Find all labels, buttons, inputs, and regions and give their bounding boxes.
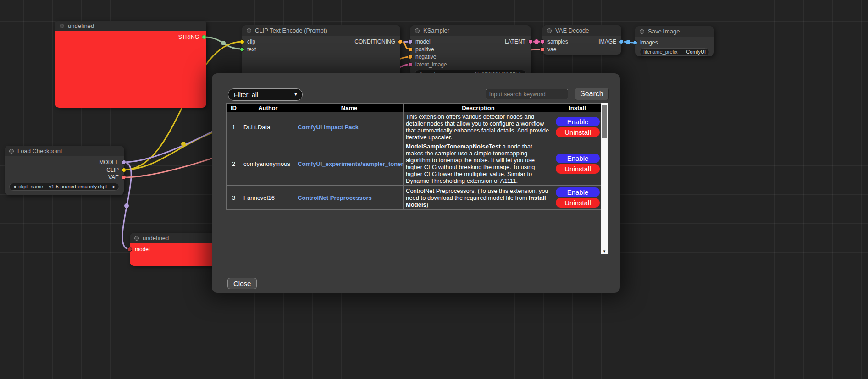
input-slot-samples-icon[interactable] <box>540 39 545 44</box>
collapse-icon[interactable] <box>134 236 139 241</box>
node-title: Load Checkpoint <box>17 148 62 154</box>
cell-description: This extension offers various detector n… <box>404 112 553 142</box>
node-title: KSampler <box>423 27 449 34</box>
collapse-icon[interactable] <box>415 28 420 33</box>
output-label: VAE <box>108 174 119 181</box>
output-label: LATENT <box>505 38 525 45</box>
collapse-icon[interactable] <box>60 24 64 28</box>
link-midpoint-dot <box>534 39 539 44</box>
node-title: CLIP Text Encode (Prompt) <box>255 27 327 34</box>
ckpt-name-widget[interactable]: ◀ ckpt_name v1-5-pruned-emaonly.ckpt ▶ <box>9 183 119 191</box>
input-slot-text-icon[interactable] <box>240 47 244 52</box>
input-slot-positive-icon[interactable] <box>408 47 413 52</box>
uninstall-button[interactable]: Uninstall <box>556 127 600 137</box>
collapse-icon[interactable] <box>247 28 251 33</box>
output-slot-clip-icon[interactable] <box>122 168 126 172</box>
node-body: model LATENT positive negative <box>410 36 531 77</box>
header-author: Author <box>241 104 295 112</box>
node-vae-decode[interactable]: VAE Decode samples IMAGE vae <box>542 25 621 55</box>
search-button[interactable]: Search <box>575 88 609 100</box>
enable-button[interactable]: Enable <box>556 154 600 163</box>
node-undefined-top[interactable]: undefined STRING <box>55 21 206 108</box>
widget-value: v1-5-pruned-emaonly.ckpt <box>49 184 107 189</box>
node-body: images filename_prefix ComfyUI <box>635 37 714 56</box>
output-label: CLIP <box>106 167 119 173</box>
cell-install: Enable Uninstall <box>553 142 602 186</box>
output-slot-conditioning-icon[interactable] <box>398 39 403 44</box>
node-title-bar[interactable]: Load Checkpoint <box>5 146 124 156</box>
input-slot-images-icon[interactable] <box>633 40 637 45</box>
node-title: undefined <box>68 22 94 29</box>
collapse-icon[interactable] <box>547 28 552 33</box>
uninstall-button[interactable]: Uninstall <box>556 164 600 174</box>
output-slot-string-icon[interactable] <box>202 35 206 39</box>
extension-table: ID Author Name Description Install 1 Dr.… <box>226 103 602 210</box>
node-title-bar[interactable]: VAE Decode <box>542 25 621 36</box>
output-slot-latent-icon[interactable] <box>528 39 533 44</box>
node-title-bar[interactable]: CLIP Text Encode (Prompt) <box>242 25 400 36</box>
header-description: Description <box>404 104 553 112</box>
input-slot-model-icon[interactable] <box>127 247 132 252</box>
enable-button[interactable]: Enable <box>556 117 600 126</box>
cell-install: Enable Uninstall <box>553 112 602 142</box>
scrollbar-thumb[interactable] <box>602 105 607 138</box>
collapse-icon[interactable] <box>9 149 14 154</box>
extension-table-container: ID Author Name Description Install 1 Dr.… <box>226 103 608 254</box>
link-midpoint-dot <box>181 142 186 146</box>
input-label: model <box>135 246 150 253</box>
link-midpoint-dot <box>124 203 129 208</box>
input-slot-negative-icon[interactable] <box>408 55 413 59</box>
node-title-bar[interactable]: undefined <box>55 21 206 31</box>
input-slot-latent-image-icon[interactable] <box>408 62 413 67</box>
node-ksampler[interactable]: KSampler model LATENT positive <box>410 25 531 77</box>
header-name: Name <box>295 104 404 112</box>
scrollbar-track[interactable]: ▼ <box>601 103 608 254</box>
cell-author: Dr.Lt.Data <box>241 112 295 142</box>
close-button[interactable]: Close <box>227 278 257 289</box>
input-label: vae <box>547 46 556 53</box>
extension-link[interactable]: ControlNet Preprocessors <box>298 194 372 201</box>
node-save-image[interactable]: Save Image images filename_prefix ComfyU… <box>635 26 714 56</box>
filter-select[interactable]: Filter: all <box>228 88 303 101</box>
link-midpoint-dot <box>221 41 226 45</box>
search-input[interactable] <box>486 89 568 99</box>
node-title-bar[interactable]: KSampler <box>410 25 531 36</box>
output-label: IMAGE <box>598 38 616 45</box>
uninstall-button[interactable]: Uninstall <box>556 198 600 208</box>
cell-install: Enable Uninstall <box>553 186 602 210</box>
input-label: model <box>415 38 431 45</box>
input-slot-model-icon[interactable] <box>408 39 413 44</box>
input-label: negative <box>415 54 436 60</box>
node-graph-canvas[interactable]: undefined STRING CLIP Text Encode (Promp… <box>0 0 868 379</box>
node-body: samples IMAGE vae <box>542 36 621 55</box>
enable-button[interactable]: Enable <box>556 187 600 197</box>
output-slot-vae-icon[interactable] <box>122 175 126 180</box>
input-label: images <box>640 39 658 46</box>
arrow-left-icon[interactable]: ◀ <box>13 185 16 189</box>
output-slot-image-icon[interactable] <box>619 39 624 44</box>
input-slot-clip-icon[interactable] <box>240 39 244 44</box>
input-slot-vae-icon[interactable] <box>540 47 545 52</box>
extension-link[interactable]: ComfyUI Impact Pack <box>298 124 359 131</box>
output-label: CONDITIONING <box>354 38 395 45</box>
widget-label: filename_prefix <box>643 49 678 55</box>
cell-author: Fannovel16 <box>241 186 295 210</box>
cell-id: 3 <box>227 186 241 210</box>
node-load-checkpoint[interactable]: Load Checkpoint MODEL CLIP VAE <box>5 146 124 195</box>
scroll-down-icon[interactable]: ▼ <box>601 249 608 254</box>
output-slot-model-icon[interactable] <box>122 160 126 165</box>
cell-id: 2 <box>227 142 241 186</box>
node-title: undefined <box>143 235 169 242</box>
collapse-icon[interactable] <box>640 29 644 34</box>
header-id: ID <box>227 104 241 112</box>
custom-nodes-dialog: Filter: all ▼ Search ID Author Name Desc… <box>212 73 620 293</box>
arrow-right-icon[interactable]: ▶ <box>113 185 116 189</box>
node-title-bar[interactable]: Save Image <box>635 26 714 37</box>
link-string-to-text <box>204 37 242 49</box>
extension-link[interactable]: ComfyUI_experiments/sampler_tonemap <box>298 160 404 167</box>
widget-label: ckpt_name <box>18 184 43 189</box>
filename-prefix-widget[interactable]: filename_prefix ComfyUI <box>640 48 709 56</box>
node-title: Save Image <box>648 28 680 35</box>
input-label: samples <box>547 38 568 45</box>
input-label: latent_image <box>415 61 447 68</box>
